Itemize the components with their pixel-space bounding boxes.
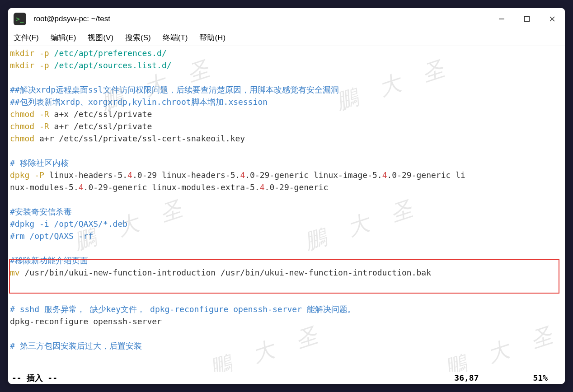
terminal-line: mkdir -p /etc/apt/preferences.d/ bbox=[10, 47, 563, 59]
window-title: root@pdsyw-pc: ~/test bbox=[33, 14, 494, 23]
vim-percent: 51% bbox=[533, 373, 548, 383]
maximize-button[interactable] bbox=[520, 12, 534, 26]
vim-mode: -- 插入 -- bbox=[12, 373, 454, 383]
terminal-blank bbox=[10, 193, 563, 205]
terminal-comment: #移除新功能介绍页面 bbox=[10, 254, 563, 266]
menu-help[interactable]: 帮助(H) bbox=[197, 32, 227, 44]
vim-statusbar: -- 插入 -- 36,87 51% bbox=[8, 372, 565, 384]
svg-rect-1 bbox=[525, 17, 530, 22]
vim-position: 36,87 bbox=[454, 373, 479, 383]
terminal-line: mv /usr/bin/ukui-new-function-introducti… bbox=[10, 266, 563, 279]
terminal-line: chmod a+r /etc/ssl/private/ssl-cert-snak… bbox=[10, 132, 563, 145]
menu-search[interactable]: 搜索(S) bbox=[123, 32, 153, 44]
terminal-comment: #dpkg -i /opt/QAXS/*.deb bbox=[10, 218, 563, 230]
terminal-blank bbox=[10, 242, 563, 254]
terminal-line: chmod -R a+x /etc/ssl/private bbox=[10, 108, 563, 120]
terminal-comment: #安装奇安信杀毒 bbox=[10, 205, 563, 218]
terminal-content[interactable]: mkdir -p /etc/apt/preferences.d/ mkdir -… bbox=[8, 46, 565, 372]
menu-edit[interactable]: 编辑(E) bbox=[49, 32, 78, 44]
terminal-comment: ##解决xrdp远程桌面ssl文件访问权限问题，后续要查清楚原因，用脚本改感觉有… bbox=[10, 84, 563, 96]
terminal-comment: #rm /opt/QAXS -rf bbox=[10, 230, 563, 242]
terminal-comment: # 移除社区内核 bbox=[10, 157, 563, 169]
terminal-line: nux-modules-5.4.0-29-generic linux-modul… bbox=[10, 181, 563, 193]
terminal-line: dpkg -P linux-headers-5.4.0-29 linux-hea… bbox=[10, 169, 563, 181]
terminal-blank bbox=[10, 327, 563, 340]
terminal-blank bbox=[10, 279, 563, 291]
close-button[interactable] bbox=[545, 12, 559, 26]
terminal-line: dpkg-reconfigure openssh-server bbox=[10, 315, 563, 327]
terminal-comment: ##包列表新增xrdp、xorgxrdp,kylin.chroot脚本增加.xs… bbox=[10, 96, 563, 108]
menu-view[interactable]: 视图(V) bbox=[86, 32, 115, 44]
terminal-app-icon: >_ bbox=[14, 13, 26, 25]
terminal-window: >_ root@pdsyw-pc: ~/test 文件(F) 编辑(E) 视图(… bbox=[8, 8, 565, 384]
terminal-comment: # 第三方包因安装后过大，后置安装 bbox=[10, 340, 563, 352]
menu-terminal[interactable]: 终端(T) bbox=[161, 32, 190, 44]
terminal-blank bbox=[10, 71, 563, 84]
minimize-button[interactable] bbox=[494, 12, 509, 26]
menubar: 文件(F) 编辑(E) 视图(V) 搜索(S) 终端(T) 帮助(H) bbox=[8, 30, 565, 46]
terminal-blank bbox=[10, 291, 563, 303]
terminal-comment: # sshd 服务异常， 缺少key文件， dpkg-reconfigure o… bbox=[10, 303, 563, 315]
menu-file[interactable]: 文件(F) bbox=[12, 32, 41, 44]
terminal-line: chmod -R a+r /etc/ssl/private bbox=[10, 120, 563, 132]
terminal-blank bbox=[10, 145, 563, 157]
titlebar: >_ root@pdsyw-pc: ~/test bbox=[8, 8, 565, 30]
window-controls bbox=[494, 12, 559, 26]
terminal-line: mkdir -p /etc/apt/sources.list.d/ bbox=[10, 59, 563, 71]
